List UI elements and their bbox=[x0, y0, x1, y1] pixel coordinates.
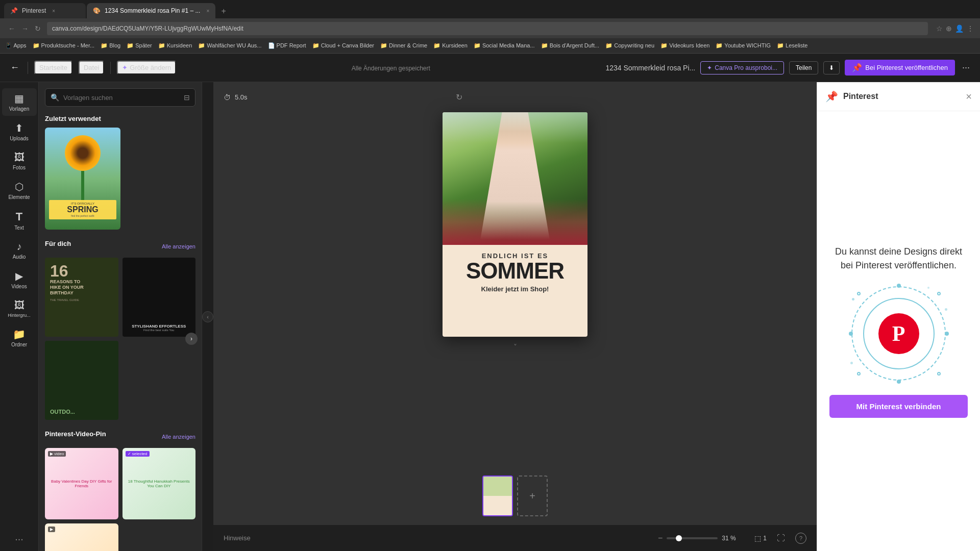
download-button[interactable]: ⬇ bbox=[823, 61, 840, 74]
sunflower-template[interactable]: IT'S OFFICIALLY SPRING find the perfect … bbox=[45, 128, 120, 230]
portrait-template[interactable]: STYLISHAND EFFORTLESS Find the best suit… bbox=[122, 258, 196, 337]
sidebar-item-audio[interactable]: ♪ Audio bbox=[2, 237, 37, 264]
settings-icon[interactable]: ⋮ bbox=[967, 24, 974, 33]
text-icon: T bbox=[16, 210, 22, 223]
tab-close-1[interactable]: × bbox=[52, 8, 55, 14]
hiking-template[interactable]: 16 REASONS TOHIKE ON YOURBIRTHDAY THE TR… bbox=[45, 258, 118, 337]
canva-pro-button[interactable]: ✦ Canva Pro ausproboi... bbox=[700, 61, 784, 74]
dot-bottom bbox=[897, 380, 901, 384]
home-button[interactable]: ← bbox=[8, 60, 21, 75]
pinterest-publish-button[interactable]: 📌 Bei Pinterest veröffentlichen bbox=[845, 60, 955, 76]
bookmark-pdf[interactable]: 📄 PDF Report bbox=[268, 42, 306, 49]
sunflower-center bbox=[65, 135, 101, 171]
video-thumb-3[interactable]: ▶ Craft... bbox=[45, 523, 118, 551]
zoom-percent: 31 % bbox=[722, 535, 742, 542]
canvas-design: ENDLICH IST ES SOMMER Kleider jetzt im S… bbox=[443, 112, 587, 337]
for-you-next-arrow[interactable]: › bbox=[185, 333, 198, 345]
video-thumb-2[interactable]: ✓ selected 18 Thoughtful Hanukkah Presen… bbox=[122, 448, 196, 519]
search-input[interactable] bbox=[63, 94, 180, 102]
sidebar-item-uploads[interactable]: ⬆ Uploads bbox=[2, 118, 37, 145]
bookmark-youtube[interactable]: 📁 Youtube WICHTIG bbox=[716, 42, 771, 49]
pinterest-center-logo: P bbox=[878, 313, 919, 354]
more-options-button[interactable]: ··· bbox=[960, 60, 972, 75]
help-button[interactable]: ? bbox=[795, 533, 806, 544]
selected-badge-2: ✓ selected bbox=[126, 451, 150, 457]
zoom-minus-icon[interactable]: − bbox=[658, 534, 663, 543]
filter-icon[interactable]: ⊟ bbox=[184, 93, 190, 102]
sidebar-item-ordner[interactable]: 📁 Ordner bbox=[2, 324, 37, 352]
bookmark-lese[interactable]: 📁 Leseliste bbox=[777, 42, 807, 49]
fullscreen-button[interactable]: ⛶ bbox=[777, 534, 785, 543]
add-page-button[interactable]: + bbox=[517, 475, 548, 516]
sidebar-more-icon[interactable]: ··· bbox=[15, 533, 23, 545]
outdoor-template[interactable]: OUTDO... bbox=[45, 341, 118, 420]
bookmark-kursideen[interactable]: 📁 Kursideen bbox=[158, 42, 192, 49]
save-status: Alle Änderungen gespeichert bbox=[352, 65, 430, 72]
dot-ring-tl bbox=[857, 292, 861, 295]
bookmark-blog[interactable]: 📁 Blog bbox=[101, 42, 120, 49]
datei-button[interactable]: Datei bbox=[79, 61, 104, 74]
for-you-see-all[interactable]: Alle anzeigen bbox=[162, 243, 195, 249]
thumb-preview bbox=[483, 477, 512, 515]
pinterest-icon-toolbar: 📌 bbox=[852, 63, 862, 72]
doc-title: 1234 Sommerkleid rosa Pi... bbox=[605, 64, 695, 72]
tab-close-2[interactable]: × bbox=[206, 8, 209, 14]
bookmark-dinner[interactable]: 📁 Dinner & Crime bbox=[380, 42, 427, 49]
browser-actions: ☆ ⊕ 👤 ⋮ bbox=[936, 24, 974, 33]
bookmark-later[interactable]: 📁 Später bbox=[127, 42, 152, 49]
canvas-collapse-arrow[interactable]: ˅ bbox=[513, 343, 517, 351]
video-pin-see-all[interactable]: Alle anzeigen bbox=[162, 434, 195, 440]
video-pin-section: Pinterest-Video-Pin Alle anzeigen ▶ vide… bbox=[45, 430, 195, 551]
star-icon[interactable]: ☆ bbox=[936, 24, 943, 33]
zoom-track[interactable] bbox=[667, 537, 718, 539]
bookmark-apps[interactable]: 📱 Apps bbox=[5, 42, 27, 49]
spring-subtext: find the perfect outfit bbox=[52, 214, 113, 217]
refresh-button[interactable]: ↻ bbox=[33, 22, 43, 35]
refresh-design-icon[interactable]: ↻ bbox=[456, 92, 462, 102]
zoom-thumb bbox=[676, 535, 682, 541]
forward-button[interactable]: → bbox=[19, 22, 31, 35]
pinterest-logo-icon: 📌 bbox=[825, 90, 838, 103]
bookmark-videokurs[interactable]: 📁 Videokurs Ideen bbox=[660, 42, 709, 49]
bookmark-produktsuche[interactable]: 📁 Produktsuche - Mer... bbox=[33, 42, 95, 49]
bookmark-wahlfacher[interactable]: 📁 Wahlfächer WU Aus... bbox=[198, 42, 261, 49]
dot-ring-br bbox=[937, 372, 941, 375]
sidebar-item-fotos[interactable]: 🖼 Fotos bbox=[2, 147, 37, 174]
url-field[interactable]: canva.com/design/DAEdCQ5UaMY/Y5R-LUjvggR… bbox=[47, 22, 928, 35]
extension-icon[interactable]: ⊕ bbox=[946, 24, 952, 33]
photo-background bbox=[443, 112, 587, 245]
profile-icon[interactable]: 👤 bbox=[955, 24, 964, 33]
sidebar-item-elemente[interactable]: ⬡ Elemente bbox=[2, 177, 37, 204]
hiking-number: 16 bbox=[50, 263, 113, 279]
page-thumb-1[interactable] bbox=[482, 475, 513, 516]
collapse-icon[interactable]: ‹ bbox=[202, 311, 213, 322]
bookmark-kursideen2[interactable]: 📁 Kursideen bbox=[433, 42, 468, 49]
tab-pinterest[interactable]: 📌 Pinterest × bbox=[4, 3, 86, 18]
video-thumb-1[interactable]: ▶ video Baby Valentines Day DIY Gifts fo… bbox=[45, 448, 118, 519]
sidebar-item-vorlagen[interactable]: ▦ Vorlagen bbox=[2, 88, 37, 116]
bookmark-copywriting[interactable]: 📁 Copywriting neu bbox=[605, 42, 654, 49]
tab-canva[interactable]: 🎨 1234 Sommerkleid rosa Pin #1 – ... × bbox=[87, 3, 215, 18]
back-button[interactable]: ← bbox=[6, 22, 17, 35]
sidebar-item-text[interactable]: T Text bbox=[2, 206, 37, 235]
spring-text: SPRING bbox=[52, 205, 113, 214]
share-button[interactable]: Teilen bbox=[789, 61, 818, 74]
sidebar-item-hintergrund[interactable]: 🖼 Hintergru... bbox=[2, 295, 37, 322]
dot-left bbox=[849, 332, 853, 336]
bookmark-social[interactable]: 📁 Social Media Mana... bbox=[474, 42, 535, 49]
sidebar-label-ordner: Ordner bbox=[11, 342, 27, 347]
uploads-icon: ⬆ bbox=[15, 122, 23, 134]
address-bar: ← → ↻ canva.com/design/DAEdCQ5UaMY/Y5R-L… bbox=[0, 18, 980, 38]
connect-pinterest-button[interactable]: Mit Pinterest verbinden bbox=[829, 395, 968, 418]
star-pro-icon: ✦ bbox=[707, 64, 712, 71]
bookmark-cloud[interactable]: 📁 Cloud + Canva Bilder bbox=[312, 42, 374, 49]
panel-close-button[interactable]: × bbox=[966, 91, 972, 103]
for-you-grid: 16 REASONS TOHIKE ON YOURBIRTHDAY THE TR… bbox=[45, 258, 195, 420]
bookmark-bois[interactable]: 📁 Bois d'Argent Duft... bbox=[541, 42, 600, 49]
new-tab-button[interactable]: + bbox=[216, 4, 231, 18]
for-you-title: Für dich bbox=[45, 240, 71, 247]
startseite-button[interactable]: Startseite bbox=[34, 61, 72, 74]
sidebar-item-videos[interactable]: ▶ Videos bbox=[2, 266, 37, 293]
resize-button[interactable]: ✦ Größe ändern bbox=[117, 61, 176, 74]
collapse-panel-button[interactable]: ‹ bbox=[202, 82, 213, 551]
